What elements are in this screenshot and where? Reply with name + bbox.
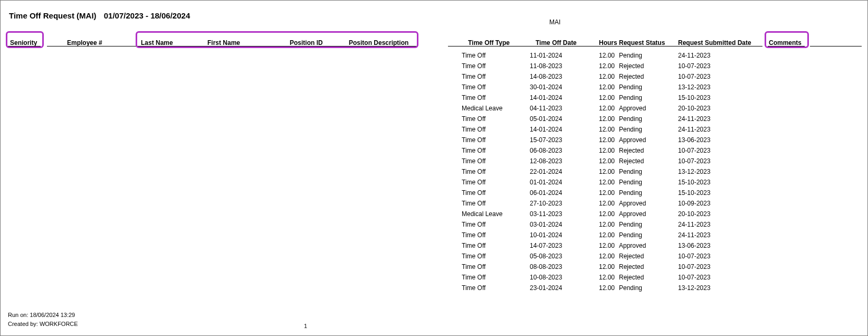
table-row: Time Off15-07-202312.00Approved13-06-202… bbox=[8, 135, 860, 146]
cell-request-status: Pending bbox=[619, 94, 642, 101]
cell-time-off-date: 06-08-2023 bbox=[530, 147, 562, 154]
header-underline bbox=[810, 35, 862, 46]
table-row: Time Off10-08-202312.00Rejected10-07-202… bbox=[8, 273, 860, 283]
cell-time-off-date: 11-08-2023 bbox=[530, 62, 562, 70]
cell-request-status: Approved bbox=[619, 210, 646, 218]
cell-time-off-date: 06-01-2024 bbox=[530, 189, 562, 197]
cell-request-status: Pending bbox=[619, 284, 642, 292]
col-position-id: Position ID bbox=[290, 39, 323, 46]
cell-time-off-type: Time Off bbox=[462, 115, 485, 123]
table-row: Time Off06-08-202312.00Rejected10-07-202… bbox=[8, 146, 860, 156]
cell-request-submitted: 10-07-2023 bbox=[678, 253, 710, 260]
cell-time-off-type: Time Off bbox=[462, 263, 485, 270]
cell-request-submitted: 13-12-2023 bbox=[678, 83, 710, 91]
table-row: Time Off05-08-202312.00Rejected10-07-202… bbox=[8, 251, 860, 262]
cell-hours: 12.00 bbox=[595, 263, 615, 270]
cell-request-submitted: 24-11-2023 bbox=[678, 126, 710, 133]
report-date-range: 01/07/2023 - 18/06/2024 bbox=[104, 11, 190, 20]
col-time-off-date: Time Off Date bbox=[536, 39, 577, 46]
report-title-row: Time Off Request (MAI) 01/07/2023 - 18/0… bbox=[9, 11, 860, 20]
col-request-submitted: Request Submitted Date bbox=[678, 39, 751, 46]
cell-time-off-date: 11-01-2024 bbox=[530, 52, 562, 59]
cell-time-off-type: Time Off bbox=[462, 126, 485, 133]
cell-request-status: Approved bbox=[619, 242, 646, 249]
cell-request-submitted: 10-07-2023 bbox=[678, 263, 710, 270]
cell-request-status: Rejected bbox=[619, 274, 644, 281]
table-row: Time Off23-01-202412.00Pending13-12-2023 bbox=[8, 283, 860, 294]
cell-time-off-type: Time Off bbox=[462, 52, 485, 59]
cell-hours: 12.00 bbox=[595, 253, 615, 260]
cell-time-off-type: Time Off bbox=[462, 274, 485, 281]
cell-request-submitted: 10-07-2023 bbox=[678, 147, 710, 154]
cell-time-off-date: 14-08-2023 bbox=[530, 73, 562, 80]
table-row: Medical Leave03-11-202312.00Approved20-1… bbox=[8, 209, 860, 220]
cell-time-off-date: 08-08-2023 bbox=[530, 263, 562, 270]
cell-time-off-type: Time Off bbox=[462, 73, 485, 80]
cell-hours: 12.00 bbox=[595, 221, 615, 228]
table-row: Time Off11-01-202412.00Pending24-11-2023 bbox=[8, 51, 860, 61]
cell-time-off-type: Time Off bbox=[462, 253, 485, 260]
cell-request-submitted: 13-06-2023 bbox=[678, 242, 710, 249]
cell-time-off-type: Time Off bbox=[462, 284, 485, 292]
cell-request-status: Pending bbox=[619, 231, 642, 239]
cell-request-submitted: 20-10-2023 bbox=[678, 210, 710, 218]
col-request-status: Request Status bbox=[619, 39, 665, 46]
col-last-name: Last Name bbox=[141, 39, 173, 46]
cell-time-off-date: 14-01-2024 bbox=[530, 94, 562, 101]
cell-time-off-date: 01-01-2024 bbox=[530, 179, 562, 186]
cell-time-off-date: 27-10-2023 bbox=[530, 200, 562, 207]
table-row: Time Off14-01-202412.00Pending24-11-2023 bbox=[8, 125, 860, 135]
table-row: Time Off05-01-202412.00Pending24-11-2023 bbox=[8, 114, 860, 125]
cell-request-submitted: 24-11-2023 bbox=[678, 231, 710, 239]
cell-request-status: Pending bbox=[619, 126, 642, 133]
cell-time-off-type: Time Off bbox=[462, 221, 485, 228]
cell-request-status: Rejected bbox=[619, 73, 644, 80]
cell-request-status: Rejected bbox=[619, 147, 644, 154]
col-position-desc: Positon Description bbox=[349, 39, 408, 46]
cell-time-off-date: 22-01-2024 bbox=[530, 168, 562, 175]
cell-hours: 12.00 bbox=[595, 126, 615, 133]
table-row: Time Off06-01-202412.00Pending15-10-2023 bbox=[8, 188, 860, 199]
cell-request-status: Approved bbox=[619, 136, 646, 144]
cell-request-submitted: 15-10-2023 bbox=[678, 189, 710, 197]
table-row: Time Off10-01-202412.00Pending24-11-2023 bbox=[8, 230, 860, 241]
cell-time-off-date: 03-11-2023 bbox=[530, 210, 562, 218]
cell-hours: 12.00 bbox=[595, 62, 615, 70]
cell-hours: 12.00 bbox=[595, 73, 615, 80]
table-row: Time Off01-01-202412.00Pending15-10-2023 bbox=[8, 178, 860, 188]
cell-hours: 12.00 bbox=[595, 94, 615, 101]
cell-hours: 12.00 bbox=[595, 105, 615, 112]
cell-time-off-date: 12-08-2023 bbox=[530, 157, 562, 165]
table-body: Time Off11-01-202412.00Pending24-11-2023… bbox=[8, 51, 860, 294]
cell-hours: 12.00 bbox=[595, 147, 615, 154]
table-row: Time Off08-08-202312.00Rejected10-07-202… bbox=[8, 262, 860, 273]
cell-request-submitted: 10-07-2023 bbox=[678, 62, 710, 70]
cell-time-off-date: 14-07-2023 bbox=[530, 242, 562, 249]
cell-request-submitted: 10-09-2023 bbox=[678, 200, 710, 207]
cell-time-off-date: 05-08-2023 bbox=[530, 253, 562, 260]
cell-request-submitted: 10-07-2023 bbox=[678, 157, 710, 165]
cell-hours: 12.00 bbox=[595, 157, 615, 165]
cell-hours: 12.00 bbox=[595, 115, 615, 123]
col-time-off-type: Time Off Type bbox=[468, 39, 510, 46]
cell-hours: 12.00 bbox=[595, 136, 615, 144]
footer-created-by: Created by: WORKFORCE bbox=[8, 320, 78, 329]
cell-hours: 12.00 bbox=[595, 168, 615, 175]
cell-hours: 12.00 bbox=[595, 231, 615, 239]
table-row: Time Off03-01-202412.00Pending24-11-2023 bbox=[8, 220, 860, 230]
cell-request-status: Pending bbox=[619, 189, 642, 197]
cell-hours: 12.00 bbox=[595, 284, 615, 292]
column-headers: Seniority Employee # Last Name First Nam… bbox=[8, 35, 860, 48]
footer-run-on: Run on: 18/06/2024 13:29 bbox=[8, 311, 78, 320]
cell-request-status: Rejected bbox=[619, 253, 644, 260]
cell-time-off-type: Time Off bbox=[462, 136, 485, 144]
cell-time-off-date: 23-01-2024 bbox=[530, 284, 562, 292]
col-seniority: Seniority bbox=[10, 39, 37, 46]
col-first-name: First Name bbox=[207, 39, 240, 46]
report-page: Time Off Request (MAI) 01/07/2023 - 18/0… bbox=[0, 0, 868, 336]
cell-request-status: Rejected bbox=[619, 157, 644, 165]
cell-time-off-type: Time Off bbox=[462, 62, 485, 70]
table-row: Time Off14-07-202312.00Approved13-06-202… bbox=[8, 241, 860, 251]
cell-hours: 12.00 bbox=[595, 210, 615, 218]
cell-request-submitted: 15-10-2023 bbox=[678, 179, 710, 186]
